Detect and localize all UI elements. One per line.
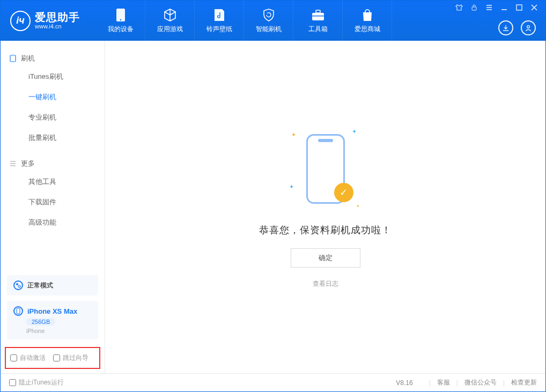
sidebar-group-flash: 刷机 iTunes刷机 一键刷机 专业刷机 批量刷机 [1, 50, 105, 148]
sparkle-icon: ✦ [291, 131, 296, 138]
view-log-link[interactable]: 查看日志 [313, 279, 338, 289]
version-label: V8.16 [396, 379, 412, 387]
mode-icon [13, 280, 23, 290]
sidebar-item-advanced[interactable]: 高级功能 [1, 212, 105, 233]
device-small-icon [9, 55, 17, 62]
wechat-link[interactable]: 微信公众号 [464, 378, 497, 387]
window-controls [454, 4, 539, 13]
shield-refresh-icon [262, 8, 276, 22]
checkmark-badge-icon: ✓ [334, 183, 353, 202]
main-content: ✦ ✦ ✦ ✦ ✓ 恭喜您，保资料刷机成功啦！ 确定 查看日志 [105, 41, 545, 373]
svg-rect-2 [312, 13, 324, 20]
sidebar-item-oneclick-flash[interactable]: 一键刷机 [1, 87, 105, 107]
check-update-link[interactable]: 检查更新 [511, 378, 537, 387]
svg-rect-8 [10, 55, 16, 62]
sidebar-group-title-more: 更多 [1, 156, 105, 172]
maximize-button[interactable] [514, 4, 524, 13]
shirt-icon[interactable] [454, 4, 464, 13]
cube-icon [163, 8, 177, 22]
block-itunes-checkbox[interactable]: 阻止iTunes运行 [9, 378, 64, 387]
device-card[interactable]: iPhone XS Max 256GB iPhone [7, 301, 98, 339]
header: iч 爱思助手 www.i4.cn 我的设备 应用游戏 铃声壁纸 智能刷机 [1, 1, 545, 41]
svg-rect-3 [316, 10, 320, 13]
app-title: 爱思助手 [35, 11, 80, 23]
menu-icon[interactable] [484, 4, 494, 13]
close-button[interactable] [529, 4, 539, 13]
sidebar-item-other-tools[interactable]: 其他工具 [1, 172, 105, 192]
tab-toolbox[interactable]: 工具箱 [293, 1, 343, 41]
header-right-actions [498, 20, 536, 35]
footer: 阻止iTunes运行 V8.16 | 客服 | 微信公众号 | 检查更新 [1, 373, 545, 391]
device-capacity-chip: 256GB [26, 318, 55, 326]
sidebar-group-title-flash: 刷机 [1, 50, 105, 66]
lock-icon[interactable] [469, 4, 479, 13]
tab-my-device[interactable]: 我的设备 [96, 1, 145, 41]
bag-icon [360, 8, 374, 22]
svg-point-10 [18, 285, 20, 287]
sidebar-cards: 正常模式 iPhone XS Max 256GB iPhone [1, 275, 105, 345]
music-file-icon [212, 8, 226, 22]
nav-tabs: 我的设备 应用游戏 铃声壁纸 智能刷机 工具箱 爱思商城 [96, 1, 392, 41]
app-window: iч 爱思助手 www.i4.cn 我的设备 应用游戏 铃声壁纸 智能刷机 [0, 0, 546, 392]
tab-apps-games[interactable]: 应用游戏 [145, 1, 195, 41]
ok-button[interactable]: 确定 [291, 248, 360, 268]
toolbox-icon [311, 8, 325, 22]
tab-store[interactable]: 爱思商城 [343, 1, 392, 41]
svg-rect-5 [472, 7, 476, 10]
device-icon [114, 8, 128, 22]
list-icon [9, 160, 17, 167]
svg-point-9 [16, 283, 18, 285]
phone-icon [13, 306, 23, 316]
svg-rect-4 [312, 16, 324, 17]
auto-activate-checkbox[interactable]: 自动激活 [10, 353, 46, 363]
skip-guide-checkbox[interactable]: 跳过向导 [53, 353, 88, 363]
body: 刷机 iTunes刷机 一键刷机 专业刷机 批量刷机 更多 其他工具 下载固件 … [1, 41, 545, 373]
sidebar-item-pro-flash[interactable]: 专业刷机 [1, 107, 105, 128]
sparkle-icon: ✦ [352, 128, 357, 135]
device-name: iPhone XS Max [27, 307, 77, 315]
svg-point-7 [527, 26, 530, 28]
flash-options-row: 自动激活 跳过向导 [5, 347, 100, 369]
tab-ringtones-wallpapers[interactable]: 铃声壁纸 [195, 1, 244, 41]
sidebar: 刷机 iTunes刷机 一键刷机 专业刷机 批量刷机 更多 其他工具 下载固件 … [1, 41, 105, 373]
svg-rect-11 [17, 308, 20, 314]
sidebar-item-download-firmware[interactable]: 下载固件 [1, 192, 105, 212]
sparkle-icon: ✦ [356, 204, 360, 209]
minimize-button[interactable] [499, 4, 509, 13]
download-button[interactable] [498, 20, 513, 35]
success-illustration: ✦ ✦ ✦ ✦ ✓ [288, 126, 363, 212]
sidebar-group-more: 更多 其他工具 下载固件 高级功能 [1, 156, 105, 233]
mode-card[interactable]: 正常模式 [7, 275, 98, 295]
app-subtitle: www.i4.cn [35, 23, 80, 29]
user-button[interactable] [521, 20, 536, 35]
device-type: iPhone [26, 328, 45, 334]
sidebar-item-itunes-flash[interactable]: iTunes刷机 [1, 66, 105, 87]
mode-label: 正常模式 [27, 281, 53, 290]
tab-smart-flash[interactable]: 智能刷机 [244, 1, 293, 41]
logo-icon: iч [10, 11, 31, 31]
svg-point-1 [120, 19, 121, 20]
support-link[interactable]: 客服 [437, 378, 450, 387]
sparkle-icon: ✦ [289, 183, 294, 190]
success-message: 恭喜您，保资料刷机成功啦！ [259, 224, 392, 236]
logo[interactable]: iч 爱思助手 www.i4.cn [1, 1, 90, 41]
svg-rect-6 [517, 5, 522, 10]
sidebar-item-batch-flash[interactable]: 批量刷机 [1, 128, 105, 148]
